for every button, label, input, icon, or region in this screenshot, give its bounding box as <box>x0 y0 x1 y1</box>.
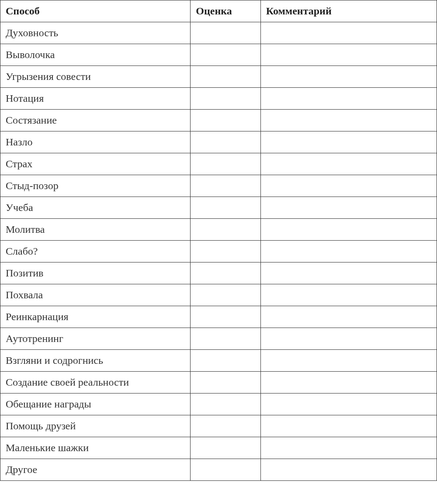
table-row: Молитва <box>0 219 437 241</box>
cell-comment <box>260 175 437 197</box>
table-row: Другое <box>0 459 437 481</box>
cell-comment <box>260 22 437 44</box>
header-rating: Оценка <box>191 0 260 22</box>
cell-method: Слабо? <box>0 241 191 262</box>
cell-comment <box>260 110 437 131</box>
cell-rating <box>191 219 260 241</box>
cell-rating <box>191 328 260 350</box>
cell-comment <box>260 284 437 306</box>
cell-rating <box>191 22 260 44</box>
table-row: Страх <box>0 153 437 175</box>
cell-rating <box>191 284 260 306</box>
cell-method: Обещание награды <box>0 394 191 415</box>
table-row: Маленькие шажки <box>0 437 437 459</box>
table-row: Взгляни и содрогнись <box>0 350 437 372</box>
cell-method: Маленькие шажки <box>0 437 191 459</box>
cell-rating <box>191 197 260 219</box>
cell-method: Страх <box>0 153 191 175</box>
cell-comment <box>260 131 437 153</box>
cell-rating <box>191 131 260 153</box>
cell-rating <box>191 175 260 197</box>
cell-comment <box>260 437 437 459</box>
cell-comment <box>260 394 437 415</box>
cell-comment <box>260 415 437 437</box>
cell-rating <box>191 88 260 110</box>
cell-method: Угрызения совести <box>0 66 191 88</box>
table-row: Состязание <box>0 110 437 131</box>
cell-comment <box>260 306 437 328</box>
table-row: Обещание награды <box>0 394 437 415</box>
cell-comment <box>260 459 437 481</box>
cell-method: Реинкарнация <box>0 306 191 328</box>
header-comment: Комментарий <box>260 0 437 22</box>
cell-method: Выволочка <box>0 44 191 66</box>
cell-method: Помощь друзей <box>0 415 191 437</box>
table-row: Позитив <box>0 262 437 284</box>
cell-rating <box>191 459 260 481</box>
cell-rating <box>191 415 260 437</box>
header-method: Способ <box>0 0 191 22</box>
cell-rating <box>191 153 260 175</box>
cell-comment <box>260 219 437 241</box>
cell-comment <box>260 350 437 372</box>
cell-rating <box>191 262 260 284</box>
cell-method: Молитва <box>0 219 191 241</box>
cell-rating <box>191 44 260 66</box>
table-row: Слабо? <box>0 241 437 262</box>
cell-rating <box>191 372 260 394</box>
methods-table: Способ Оценка Комментарий ДуховностьВыво… <box>0 0 437 481</box>
cell-comment <box>260 241 437 262</box>
cell-method: Учеба <box>0 197 191 219</box>
cell-rating <box>191 66 260 88</box>
table-row: Нотация <box>0 88 437 110</box>
table-row: Учеба <box>0 197 437 219</box>
cell-comment <box>260 44 437 66</box>
table-row: Назло <box>0 131 437 153</box>
cell-rating <box>191 394 260 415</box>
cell-method: Стыд-позор <box>0 175 191 197</box>
cell-method: Аутотренинг <box>0 328 191 350</box>
cell-method: Духовность <box>0 22 191 44</box>
cell-rating <box>191 110 260 131</box>
table-row: Похвала <box>0 284 437 306</box>
cell-comment <box>260 372 437 394</box>
table-row: Стыд-позор <box>0 175 437 197</box>
cell-method: Другое <box>0 459 191 481</box>
table-row: Угрызения совести <box>0 66 437 88</box>
cell-comment <box>260 66 437 88</box>
cell-comment <box>260 262 437 284</box>
table-row: Помощь друзей <box>0 415 437 437</box>
cell-method: Состязание <box>0 110 191 131</box>
table-row: Выволочка <box>0 44 437 66</box>
cell-method: Нотация <box>0 88 191 110</box>
cell-method: Взгляни и содрогнись <box>0 350 191 372</box>
cell-method: Похвала <box>0 284 191 306</box>
cell-rating <box>191 437 260 459</box>
cell-rating <box>191 350 260 372</box>
table-row: Аутотренинг <box>0 328 437 350</box>
table-row: Создание своей реальности <box>0 372 437 394</box>
cell-method: Назло <box>0 131 191 153</box>
cell-comment <box>260 197 437 219</box>
cell-comment <box>260 153 437 175</box>
table-row: Духовность <box>0 22 437 44</box>
cell-rating <box>191 306 260 328</box>
table-row: Реинкарнация <box>0 306 437 328</box>
cell-method: Создание своей реальности <box>0 372 191 394</box>
cell-rating <box>191 241 260 262</box>
table-header-row: Способ Оценка Комментарий <box>0 0 437 22</box>
cell-comment <box>260 328 437 350</box>
cell-comment <box>260 88 437 110</box>
cell-method: Позитив <box>0 262 191 284</box>
